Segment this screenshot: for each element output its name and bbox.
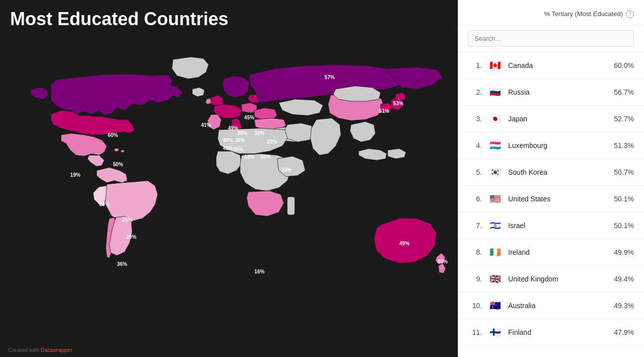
country-flag: 🇨🇦: [488, 58, 502, 73]
list-item[interactable]: 10. 🇦🇺 Australia 49.3%: [458, 293, 644, 319]
page-title: Most Educated Countries: [0, 0, 458, 34]
list-item[interactable]: 4. 🇱🇺 Luxembourg 51.3%: [458, 132, 644, 159]
country-pct: 50.1%: [614, 222, 634, 230]
country-flag: 🇬🇧: [488, 272, 502, 286]
country-rank: 7.: [468, 222, 482, 230]
country-pct: 60.0%: [614, 61, 634, 69]
country-flag: 🇮🇪: [488, 245, 502, 259]
country-rank: 1.: [468, 61, 482, 69]
map-panel: Most Educated Countries: [0, 0, 458, 357]
country-name: United Kingdom: [508, 275, 608, 283]
list-panel: % Tertiary (Most Educated) ? 1. 🇨🇦 Canad…: [458, 0, 644, 357]
list-item[interactable]: 8. 🇮🇪 Ireland 49.9%: [458, 239, 644, 266]
country-flag: 🇫🇮: [488, 325, 502, 339]
map-container: 60% 50% 19% 25% 25% 20% 36% 57% 51% 53% …: [0, 37, 458, 342]
country-name: United States: [508, 195, 608, 203]
svg-rect-12: [121, 150, 124, 152]
country-name: Finland: [508, 328, 608, 336]
country-pct: 49.3%: [614, 302, 634, 310]
country-name: Russia: [508, 88, 608, 96]
list-item[interactable]: 9. 🇬🇧 United Kingdom 49.4%: [458, 266, 644, 293]
country-rank: 8.: [468, 248, 482, 256]
country-rank: 2.: [468, 88, 482, 96]
country-flag: 🇰🇷: [488, 165, 502, 179]
help-icon[interactable]: ?: [626, 10, 634, 18]
country-pct: 49.4%: [614, 275, 634, 283]
list-item[interactable]: 5. 🇰🇷 South Korea 50.7%: [458, 159, 644, 186]
world-map: 60% 50% 19% 25% 25% 20% 36% 57% 51% 53% …: [0, 37, 458, 342]
svg-rect-14: [287, 197, 294, 215]
country-list: 1. 🇨🇦 Canada 60.0% 2. 🇷🇺 Russia 56.7% 3.…: [458, 52, 644, 357]
country-pct: 49.9%: [614, 248, 634, 256]
datawrapper-link[interactable]: Datawrapper: [41, 347, 72, 353]
country-name: Japan: [508, 115, 608, 123]
list-item[interactable]: 3. 🇯🇵 Japan 52.7%: [458, 106, 644, 132]
country-pct: 47.9%: [614, 328, 634, 336]
svg-rect-11: [115, 149, 119, 151]
country-pct: 50.7%: [614, 168, 634, 176]
list-item[interactable]: 6. 🇺🇸 United States 50.1%: [458, 186, 644, 212]
country-rank: 10.: [468, 302, 482, 310]
country-rank: 3.: [468, 115, 482, 123]
country-pct: 56.7%: [614, 88, 634, 96]
country-name: South Korea: [508, 168, 608, 176]
search-input[interactable]: [468, 30, 634, 47]
country-flag: 🇮🇱: [488, 219, 502, 233]
country-flag: 🇱🇺: [488, 138, 502, 153]
country-rank: 11.: [468, 328, 482, 336]
list-item[interactable]: 2. 🇷🇺 Russia 56.7%: [458, 79, 644, 106]
list-item[interactable]: 1. 🇨🇦 Canada 60.0%: [458, 52, 644, 79]
country-rank: 6.: [468, 195, 482, 203]
list-item[interactable]: 7. 🇮🇱 Israel 50.1%: [458, 212, 644, 239]
country-name: Israel: [508, 222, 608, 230]
country-rank: 4.: [468, 141, 482, 150]
country-name: Australia: [508, 302, 608, 310]
list-header: % Tertiary (Most Educated) ?: [458, 0, 644, 25]
list-header-title: % Tertiary (Most Educated): [468, 10, 623, 18]
country-pct: 51.3%: [614, 141, 634, 150]
country-pct: 50.1%: [614, 195, 634, 203]
country-name: Ireland: [508, 248, 608, 256]
credit-text: Created with Datawrapper: [8, 347, 72, 353]
search-box: [458, 25, 644, 52]
country-flag: 🇺🇸: [488, 192, 502, 206]
country-rank: 9.: [468, 275, 482, 283]
list-item[interactable]: 11. 🇫🇮 Finland 47.9%: [458, 319, 644, 346]
country-name: Canada: [508, 61, 608, 69]
country-flag: 🇷🇺: [488, 85, 502, 99]
country-name: Luxembourg: [508, 141, 608, 150]
country-pct: 52.7%: [614, 115, 634, 123]
country-flag: 🇯🇵: [488, 112, 502, 126]
country-rank: 5.: [468, 168, 482, 176]
country-flag: 🇦🇺: [488, 299, 502, 313]
